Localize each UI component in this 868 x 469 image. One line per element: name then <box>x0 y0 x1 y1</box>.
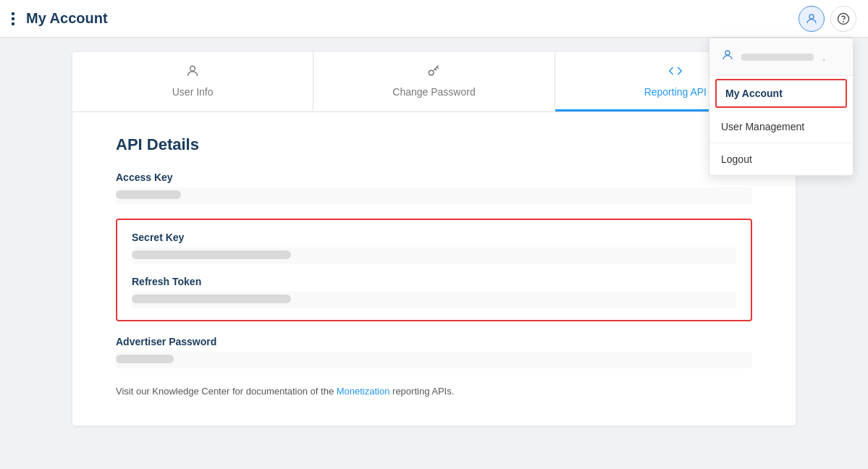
tab-user-info-label: User Info <box>172 86 214 98</box>
footer-text-after: reporting APIs. <box>389 386 454 397</box>
key-icon <box>426 64 441 82</box>
tab-user-info[interactable]: User Info <box>72 52 313 111</box>
advertiser-password-value <box>116 352 752 368</box>
tab-reporting-api-label: Reporting API <box>644 86 707 98</box>
dropdown-item-logout[interactable]: Logout <box>709 143 853 175</box>
footer-text: Visit our Knowledge Center for documenta… <box>116 386 752 397</box>
svg-point-3 <box>190 66 195 71</box>
refresh-token-value <box>132 292 736 308</box>
topbar-actions <box>799 6 856 32</box>
secret-refresh-highlight-box: Secret Key Refresh Token <box>116 219 752 321</box>
refresh-token-label: Refresh Token <box>132 276 736 287</box>
topbar: My Account <box>0 0 868 38</box>
dropdown-username <box>741 54 814 61</box>
tabs: User Info Change Password <box>72 52 796 112</box>
access-key-label: Access Key <box>116 172 752 183</box>
user-button[interactable] <box>799 6 825 32</box>
dropdown-item-my-account[interactable]: My Account <box>715 79 847 108</box>
dropdown-item-user-management[interactable]: User Management <box>709 111 853 143</box>
secret-key-value <box>132 248 736 264</box>
content-card: User Info Change Password <box>72 52 796 426</box>
user-dropdown: . My Account User Management Logout <box>709 38 854 176</box>
advertiser-password-label: Advertiser Password <box>116 336 752 347</box>
svg-point-0 <box>809 14 814 19</box>
advertiser-password-field: Advertiser Password <box>116 336 752 368</box>
user-info-icon <box>185 64 200 82</box>
grid-icon <box>12 12 14 25</box>
page-title: My Account <box>26 10 108 27</box>
access-key-field: Access Key <box>116 172 752 204</box>
svg-point-4 <box>429 70 434 75</box>
monetization-link[interactable]: Monetization <box>337 386 390 397</box>
tab-change-password-label: Change Password <box>392 86 475 98</box>
secret-key-field: Secret Key <box>132 232 736 264</box>
svg-point-2 <box>843 21 844 22</box>
refresh-token-field: Refresh Token <box>132 276 736 308</box>
svg-point-5 <box>725 51 730 55</box>
footer-text-before: Visit our Knowledge Center for documenta… <box>116 386 337 397</box>
api-details-content: API Details Access Key Secret Key Refres… <box>72 112 796 426</box>
help-button[interactable] <box>830 6 856 32</box>
tab-change-password[interactable]: Change Password <box>313 52 555 111</box>
dropdown-header: . <box>709 38 853 76</box>
api-details-title: API Details <box>116 135 752 154</box>
dropdown-user-icon <box>721 48 734 65</box>
code-icon <box>668 64 683 82</box>
access-key-value <box>116 187 752 204</box>
secret-key-label: Secret Key <box>132 232 736 243</box>
brand: My Account <box>12 10 108 27</box>
